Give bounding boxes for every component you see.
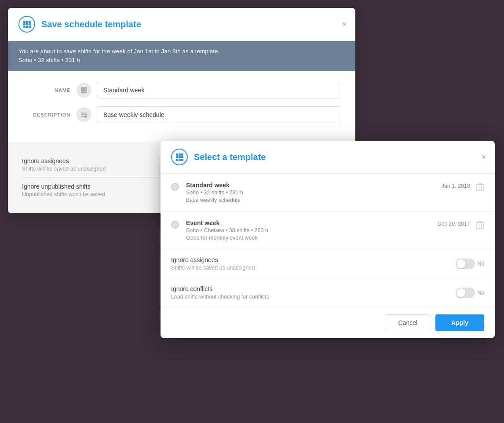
save-modal-close-button[interactable]: ×	[342, 20, 347, 28]
svg-rect-5	[26, 23, 28, 26]
svg-rect-23	[176, 153, 178, 156]
svg-rect-8	[26, 26, 28, 28]
select-modal-icon	[171, 149, 188, 165]
ignore-assignees-toggle-wrap: No	[456, 259, 484, 269]
template-item-0[interactable]: Standard week Soho • 32 shifts • 231 h B…	[161, 174, 495, 212]
name-row: NAME	[22, 82, 341, 98]
name-input[interactable]	[97, 82, 341, 98]
desc-icon	[77, 107, 91, 122]
select-option-conflicts-desc: Load shifts without checking for conflic…	[171, 294, 269, 300]
svg-rect-14	[83, 89, 85, 91]
template-desc-1: Good for monthly event week	[186, 235, 438, 241]
svg-rect-21	[81, 116, 85, 117]
template-name-1: Event week	[186, 219, 438, 226]
svg-rect-4	[23, 23, 26, 26]
svg-rect-36	[477, 222, 484, 229]
template-content-0: Standard week Soho • 32 shifts • 231 h B…	[186, 182, 442, 203]
template-name-0: Standard week	[186, 182, 442, 189]
select-option-assignees-text: Ignore assignees Shifts will be saved as…	[171, 256, 255, 271]
apply-button[interactable]: Apply	[435, 314, 484, 331]
select-option-assignees-desc: Shifts will be saved as unassigned	[171, 265, 255, 271]
svg-rect-2	[26, 21, 28, 23]
ignore-conflicts-toggle-label: No	[478, 290, 484, 296]
svg-rect-20	[81, 114, 87, 115]
svg-rect-31	[181, 159, 183, 161]
select-option-conflicts-text: Ignore conflicts Load shifts without che…	[171, 285, 269, 300]
template-radio-1[interactable]	[171, 221, 179, 229]
svg-rect-28	[181, 156, 183, 158]
select-modal-close-button[interactable]: ×	[481, 153, 486, 161]
cancel-button[interactable]: Cancel	[386, 314, 431, 331]
svg-rect-26	[176, 156, 178, 158]
save-modal-info-bar: You are about to save shifts for the wee…	[8, 41, 355, 71]
select-option-assignees-title: Ignore assignees	[171, 256, 255, 263]
save-modal-icon	[18, 16, 35, 33]
svg-rect-6	[29, 23, 31, 26]
toggle-knob-conflicts	[457, 288, 465, 297]
toggle-knob-assignees	[457, 259, 465, 268]
template-date-0: Jan 1, 2018	[442, 182, 470, 189]
svg-rect-16	[81, 91, 83, 93]
svg-rect-27	[179, 156, 181, 158]
desc-label: DESCRIPTION	[22, 112, 70, 117]
svg-rect-12	[85, 87, 87, 89]
svg-rect-7	[23, 26, 26, 28]
select-option-conflicts-title: Ignore conflicts	[171, 285, 269, 292]
svg-rect-10	[81, 87, 83, 89]
save-modal-header: Save schedule template ×	[8, 8, 355, 41]
desc-input[interactable]	[97, 106, 341, 123]
svg-rect-3	[29, 21, 31, 23]
select-modal-title: Select a template	[194, 152, 266, 162]
svg-rect-11	[83, 87, 85, 89]
template-list: Standard week Soho • 32 shifts • 231 h B…	[161, 174, 495, 249]
svg-rect-1	[23, 21, 26, 23]
template-meta-0: Soho • 32 shifts • 231 h	[186, 190, 442, 196]
select-options: Ignore assignees Shifts will be saved as…	[161, 249, 495, 307]
select-template-modal: Select a template × Standard week Soho •…	[161, 141, 495, 338]
select-ignore-conflicts: Ignore conflicts Load shifts without che…	[171, 278, 484, 307]
template-meta-1: Soho • Chelsea • 38 shifts • 260 h	[186, 227, 438, 233]
template-item-1[interactable]: Event week Soho • Chelsea • 38 shifts • …	[161, 212, 495, 249]
svg-rect-13	[81, 89, 83, 91]
template-date-1: Dec 20, 2017	[438, 219, 470, 227]
svg-rect-29	[176, 159, 178, 161]
select-modal-footer: Cancel Apply	[161, 307, 495, 338]
svg-rect-25	[181, 153, 183, 156]
ignore-assignees-toggle-label: No	[478, 261, 484, 267]
svg-rect-24	[179, 153, 181, 156]
svg-rect-19	[81, 113, 87, 113]
info-line1: You are about to save shifts for the wee…	[18, 47, 345, 56]
svg-rect-17	[83, 91, 85, 93]
svg-rect-18	[85, 91, 87, 93]
template-content-1: Event week Soho • Chelsea • 38 shifts • …	[186, 219, 438, 241]
save-modal-form: NAME DESCRIPTION	[8, 71, 355, 142]
svg-rect-15	[85, 89, 87, 91]
name-label: NAME	[22, 88, 70, 93]
ignore-conflicts-toggle-wrap: No	[456, 288, 484, 298]
ignore-conflicts-toggle[interactable]	[456, 288, 475, 298]
svg-rect-30	[179, 159, 181, 161]
template-radio-0[interactable]	[171, 183, 179, 191]
info-line2: Soho • 32 shifts • 231 h	[18, 56, 345, 65]
template-delete-0[interactable]	[476, 182, 484, 193]
save-modal-title: Save schedule template	[41, 19, 141, 29]
template-desc-0: Base weekly schedule	[186, 197, 442, 203]
name-icon	[77, 83, 91, 98]
svg-rect-9	[29, 26, 31, 28]
svg-rect-32	[477, 185, 484, 191]
template-delete-1[interactable]	[476, 219, 484, 231]
ignore-assignees-toggle[interactable]	[456, 259, 475, 269]
select-ignore-assignees: Ignore assignees Shifts will be saved as…	[171, 249, 484, 278]
desc-row: DESCRIPTION	[22, 106, 341, 123]
select-modal-header: Select a template ×	[161, 141, 495, 174]
